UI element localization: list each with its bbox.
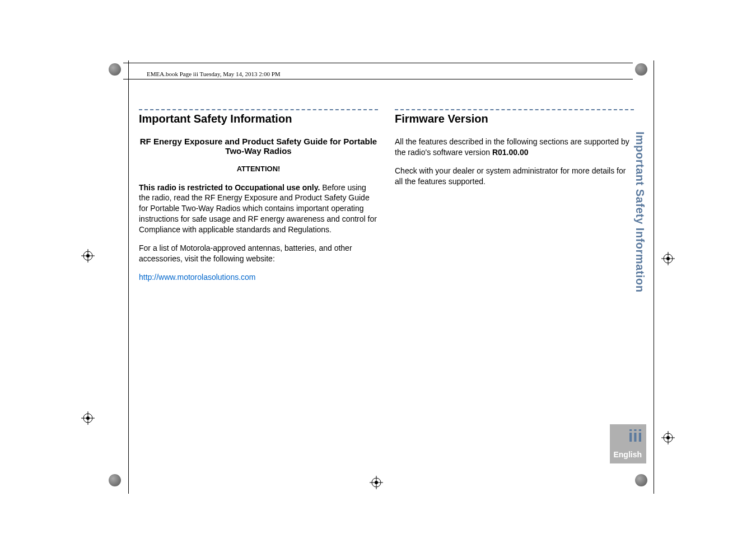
page-header-text: EMEA.book Page iii Tuesday, May 14, 2013… [147, 71, 281, 77]
website-link[interactable]: http://www.motorolasolutions.com [139, 272, 378, 283]
paragraph-restricted: This radio is restricted to Occupational… [139, 182, 378, 235]
registration-mark-icon [661, 252, 675, 265]
registration-mark-icon [370, 476, 383, 489]
bold-intro-text: This radio is restricted to Occupational… [139, 183, 320, 192]
svg-point-3 [86, 254, 90, 257]
svg-point-19 [375, 481, 378, 484]
section-heading-firmware: Firmware Version [395, 113, 634, 125]
side-tab: Important Safety Information [633, 132, 646, 292]
paragraph-accessories: For a list of Motorola-approved antennas… [139, 243, 378, 264]
divider-dashed [395, 109, 634, 110]
divider-dashed [139, 109, 378, 110]
svg-point-15 [666, 436, 670, 439]
main-content: Important Safety Information RF Energy E… [139, 109, 634, 291]
right-column: Firmware Version All the features descri… [395, 109, 634, 291]
crop-mark-circle [109, 63, 121, 76]
frame-line-left [128, 60, 129, 494]
page-number: iii [628, 427, 642, 446]
firmware-version-number: R01.00.00 [492, 148, 529, 157]
crop-mark-circle [109, 474, 121, 486]
frame-line-right [654, 60, 654, 494]
registration-mark-icon [81, 249, 95, 263]
subheading-rf-guide: RF Energy Exposure and Product Safety Gu… [139, 137, 378, 156]
paragraph-check-dealer: Check with your dealer or system adminis… [395, 166, 634, 187]
paragraph-firmware-version: All the features described in the follow… [395, 137, 634, 158]
crop-mark-circle [635, 63, 647, 76]
crop-mark-circle [635, 474, 647, 486]
left-column: Important Safety Information RF Energy E… [139, 109, 378, 291]
section-heading-safety: Important Safety Information [139, 113, 378, 125]
attention-label: ATTENTION! [139, 164, 378, 174]
registration-mark-icon [81, 411, 95, 425]
side-tab-label: Important Safety Information [633, 132, 646, 292]
registration-mark-icon [661, 431, 675, 444]
language-label: English [613, 450, 642, 459]
svg-point-7 [86, 416, 90, 420]
svg-point-11 [666, 257, 670, 260]
